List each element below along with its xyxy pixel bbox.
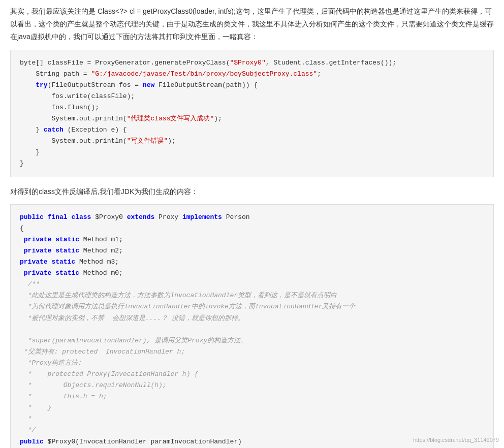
code-block-2: public final class $Proxy0 extends Proxy…: [10, 204, 494, 448]
watermark: https://blog.csdn.net/qq_31149079: [413, 437, 499, 443]
code-block-1: byte[] classFile = ProxyGenerator.genera…: [10, 50, 494, 177]
section-text: 对得到的class文件反编译后,我们看JDK为我们生成的内容：: [10, 185, 494, 198]
page-container: 其实，我们最应该关注的是 Class<?> cl = getProxyClass…: [0, 0, 504, 448]
intro-text: 其实，我们最应该关注的是 Class<?> cl = getProxyClass…: [10, 5, 494, 44]
